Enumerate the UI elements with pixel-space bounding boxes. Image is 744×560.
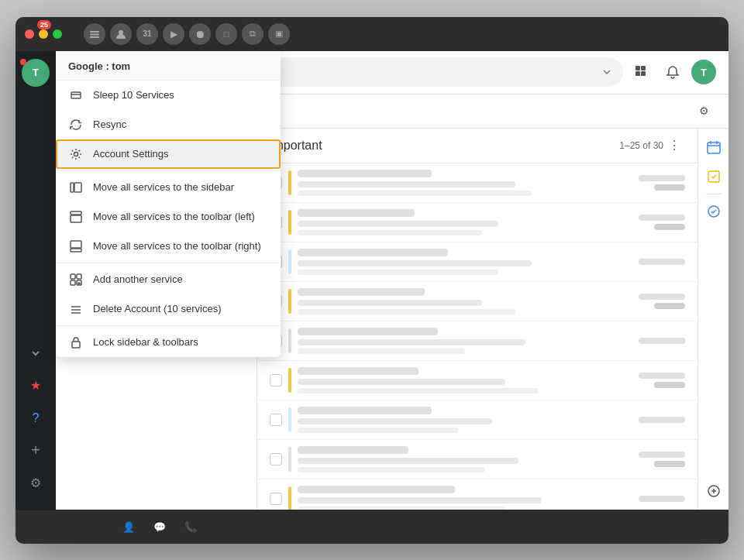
menu-item-resync[interactable]: Resync [56, 110, 281, 139]
email-color-bar [288, 170, 291, 195]
titlebar-icon-sq3[interactable]: ▣ [268, 23, 290, 45]
email-content [298, 407, 632, 433]
email-content [298, 486, 632, 510]
svg-rect-9 [71, 211, 81, 215]
account-settings-icon [68, 146, 84, 162]
status-person-icon[interactable]: 👤 [118, 516, 140, 538]
svg-rect-4 [71, 92, 81, 98]
menu-item-move-sidebar[interactable]: Move all services to the sidebar [56, 173, 281, 202]
table-row[interactable] [257, 203, 698, 242]
email-meta [639, 175, 685, 191]
status-bar: 👤 💬 📞 [16, 510, 728, 544]
main-window: 25 31 ▶ ⏺ □ ⧉ ▣ T [16, 17, 728, 544]
status-phone-icon[interactable]: 📞 [180, 516, 202, 538]
right-panel-add-icon[interactable] [701, 479, 726, 503]
menu-item-move-toolbar-left[interactable]: Move all services to the toolbar (left) [56, 202, 281, 232]
email-checkbox[interactable] [270, 414, 282, 426]
sidebar-help-icon[interactable]: ? [22, 404, 50, 432]
menu-item-resync-label: Resync [93, 119, 126, 130]
right-panel-tasks-icon[interactable] [701, 164, 726, 189]
email-checkbox[interactable] [270, 493, 282, 505]
menu-item-add-service[interactable]: Add another service [56, 265, 281, 294]
table-row[interactable] [257, 163, 698, 203]
avatar-dot [20, 59, 26, 65]
titlebar-icon-sq1[interactable]: □ [215, 23, 237, 45]
sidebar-star-icon[interactable]: ★ [22, 372, 50, 400]
email-list-more-btn[interactable]: ⋮ [663, 135, 685, 156]
email-meta [639, 417, 685, 423]
email-color-bar [288, 210, 291, 235]
traffic-lights [25, 29, 62, 39]
sidebar-settings-icon[interactable]: ⚙ [22, 469, 50, 497]
email-color-bar [288, 328, 291, 353]
table-row[interactable] [257, 361, 698, 400]
settings-toolbar[interactable]: ⚙ [691, 98, 716, 123]
titlebar-icon-circle[interactable]: ⏺ [189, 23, 211, 45]
status-chat-icon[interactable]: 💬 [149, 516, 170, 538]
email-meta [639, 496, 685, 502]
maximize-button[interactable] [53, 29, 62, 39]
email-meta [639, 294, 685, 309]
user-avatar[interactable]: T [691, 60, 716, 84]
move-toolbar-right-icon [68, 239, 84, 254]
menu-divider-2 [56, 263, 281, 263]
email-color-bar [288, 447, 291, 472]
account-menu-title: Google : tom [68, 60, 130, 72]
titlebar-icon-person[interactable] [110, 23, 132, 45]
svg-rect-7 [71, 183, 74, 192]
menu-item-move-sidebar-label: Move all services to the sidebar [93, 181, 234, 193]
menu-item-move-toolbar-right[interactable]: Move all services to the toolbar (right) [56, 232, 281, 261]
table-row[interactable] [257, 282, 698, 321]
email-list-header: Important 1–25 of 30 ⋮ [257, 129, 698, 163]
email-meta [639, 259, 685, 265]
email-color-bar [288, 486, 291, 510]
table-row[interactable] [257, 479, 698, 510]
svg-rect-12 [71, 241, 81, 248]
svg-rect-26 [641, 66, 646, 70]
sidebar-bottom-icons: ★ ? + ⚙ [22, 339, 50, 503]
close-button[interactable] [25, 29, 34, 39]
menu-item-add-service-label: Add another service [93, 273, 183, 285]
menu-item-lock-label: Lock sidebar & toolbars [93, 336, 198, 348]
table-row[interactable] [257, 242, 698, 282]
email-content [298, 328, 632, 354]
resync-icon [68, 117, 84, 132]
right-panel [698, 129, 728, 510]
email-meta [639, 373, 685, 388]
menu-item-account-settings[interactable]: Account Settings [56, 139, 281, 169]
menu-item-lock[interactable]: Lock sidebar & toolbars [56, 328, 281, 357]
titlebar-icon-calendar[interactable]: 31 [136, 23, 158, 45]
svg-rect-22 [72, 342, 80, 348]
svg-rect-2 [90, 36, 99, 38]
menu-item-sleep[interactable]: Sleep 10 Services [56, 81, 281, 110]
titlebar-icon-1[interactable] [84, 23, 105, 45]
email-checkbox[interactable] [270, 374, 282, 387]
bell-icon-btn[interactable] [660, 60, 685, 84]
right-panel-calendar-icon[interactable] [701, 135, 726, 160]
svg-rect-0 [90, 31, 99, 33]
minimize-button[interactable] [39, 29, 48, 39]
email-meta [639, 338, 685, 344]
email-checkbox[interactable] [270, 453, 282, 466]
account-menu-header: Google : tom [56, 51, 281, 81]
sidebar-add-icon[interactable]: + [22, 437, 50, 465]
titlebar-icon-sq2[interactable]: ⧉ [242, 23, 264, 45]
table-row[interactable] [257, 440, 698, 479]
table-row[interactable] [257, 400, 698, 440]
svg-rect-1 [90, 33, 99, 35]
left-sidebar: T ★ ? + ⚙ [16, 51, 56, 510]
menu-item-account-settings-label: Account Settings [93, 148, 169, 160]
menu-divider-3 [56, 325, 281, 326]
sidebar-chevron-down[interactable] [22, 339, 50, 367]
table-row[interactable] [257, 321, 698, 361]
right-panel-check-icon[interactable] [701, 199, 726, 224]
email-list: Important 1–25 of 30 ⋮ [257, 129, 698, 510]
svg-rect-28 [641, 71, 646, 76]
account-avatar[interactable]: T [22, 59, 50, 87]
apps-icon-btn[interactable] [629, 60, 654, 84]
svg-point-6 [74, 152, 78, 156]
menu-item-delete-account[interactable]: Delete Account (10 services) [56, 294, 281, 324]
svg-rect-14 [77, 274, 81, 279]
titlebar-icon-arrow[interactable]: ▶ [163, 23, 184, 45]
search-dropdown-icon[interactable] [601, 67, 612, 77]
